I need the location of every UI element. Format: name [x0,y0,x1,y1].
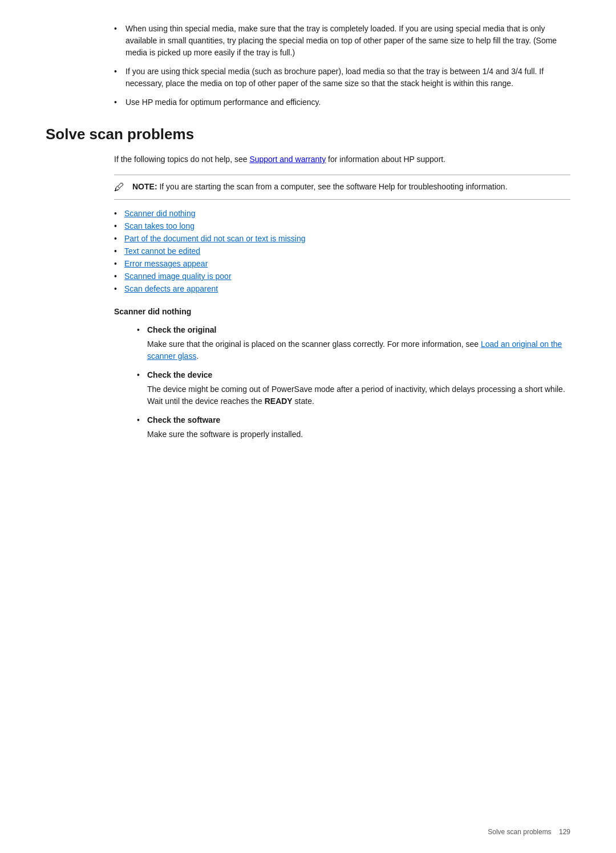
check-device-text-before: The device might be coming out of PowerS… [147,385,565,406]
intro-bullet-2: If you are using thick special media (su… [114,66,570,90]
list-item-check-device: Check the device The device might be com… [137,369,570,407]
list-item-check-software: Check the software Make sure the softwar… [137,414,570,440]
list-item: Scanned image quality is poor [114,272,570,281]
check-device-text: The device might be coming out of PowerS… [147,383,570,407]
scan-takes-too-long-link[interactable]: Scan takes too long [124,221,194,231]
scanner-did-nothing-link[interactable]: Scanner did nothing [124,209,196,218]
list-item: Scan defects are apparent [114,284,570,293]
note-label: NOTE: [132,182,157,191]
section-title: Solve scan problems [46,126,570,143]
intro-text-before-link: If the following topics do not help, see [114,155,249,164]
support-warranty-link[interactable]: Support and warranty [249,155,326,164]
scanned-image-quality-link[interactable]: Scanned image quality is poor [124,272,232,281]
intro-text-after-link: for information about HP support. [326,155,445,164]
intro-bullets: When using thin special media, make sure… [114,23,570,108]
check-original-text-before: Make sure that the original is placed on… [147,339,481,349]
text-cannot-be-edited-link[interactable]: Text cannot be edited [124,246,200,256]
check-original-text-after: . [196,351,198,361]
list-item: Error messages appear [114,259,570,268]
list-item: Scan takes too long [114,221,570,231]
scan-defects-link[interactable]: Scan defects are apparent [124,284,218,293]
section-intro: If the following topics do not help, see… [114,153,570,165]
page-footer: Solve scan problems 129 [488,828,570,836]
intro-bullet-3: Use HP media for optimum performance and… [114,96,570,108]
note-icon: 🖊 [114,181,128,193]
list-item: Scanner did nothing [114,209,570,218]
check-software-text: Make sure the software is properly insta… [147,428,570,440]
list-item: Text cannot be edited [114,246,570,256]
check-software-title: Check the software [147,415,220,425]
list-item: Part of the document did not scan or tex… [114,234,570,243]
intro-bullet-1: When using thin special media, make sure… [114,23,570,59]
check-original-title: Check the original [147,325,216,334]
ready-word: READY [265,397,293,406]
check-device-title: Check the device [147,370,212,379]
note-box: 🖊 NOTE: If you are starting the scan fro… [114,175,570,200]
scanner-did-nothing-section: Scanner did nothing Check the original M… [46,307,570,440]
list-item-check-original: Check the original Make sure that the or… [137,324,570,362]
check-original-text: Make sure that the original is placed on… [147,338,570,362]
note-content: NOTE: If you are starting the scan from … [132,181,508,193]
topic-list: Scanner did nothing Scan takes too long … [114,209,570,293]
error-messages-appear-link[interactable]: Error messages appear [124,259,208,268]
check-device-text-after: state. [293,397,314,406]
footer-section-name: Solve scan problems [488,828,551,836]
subsection-title-scanner-did-nothing: Scanner did nothing [114,307,570,316]
note-text: If you are starting the scan from a comp… [157,182,508,191]
scanner-did-nothing-items: Check the original Make sure that the or… [137,324,570,440]
footer-page-number: 129 [559,828,570,836]
part-did-not-scan-link[interactable]: Part of the document did not scan or tex… [124,234,306,243]
